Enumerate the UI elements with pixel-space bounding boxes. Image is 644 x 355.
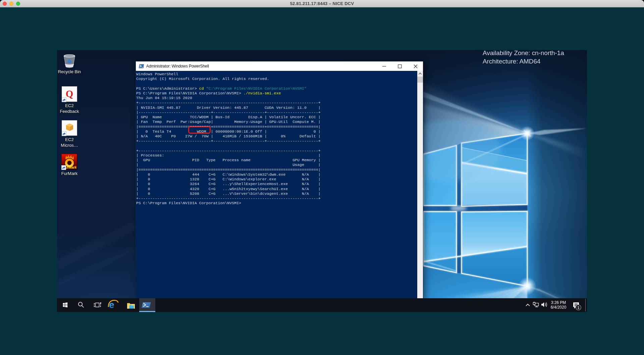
svg-text:Q: Q	[65, 88, 73, 99]
svg-text:1: 1	[577, 306, 579, 310]
